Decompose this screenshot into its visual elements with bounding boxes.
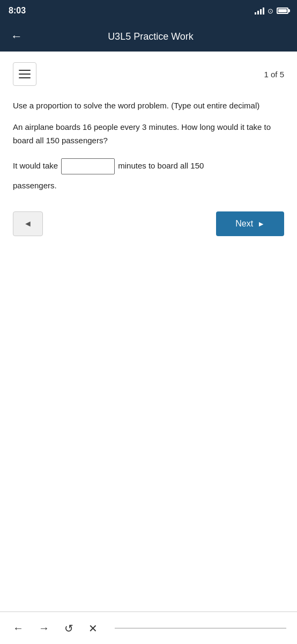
question-instruction: Use a proportion to solve the word probl… <box>13 99 284 113</box>
question-block: Use a proportion to solve the word probl… <box>13 99 284 192</box>
status-bar: 8:03 ⊙ <box>0 0 297 21</box>
next-arrow-icon: ► <box>257 219 265 228</box>
progress-indicator: 1 of 5 <box>264 70 284 79</box>
status-icons: ⊙ <box>255 7 288 15</box>
answer-continuation: passengers. <box>13 179 284 193</box>
battery-icon <box>277 8 288 14</box>
answer-suffix: minutes to board all 150 <box>118 158 204 174</box>
status-time: 8:03 <box>9 6 26 16</box>
spacer <box>0 429 297 612</box>
browser-forward-button[interactable]: → <box>36 620 51 636</box>
back-button[interactable]: ← <box>11 31 23 42</box>
answer-line: It would take minutes to board all 150 <box>13 158 284 174</box>
problem-text: An airplane boards 16 people every 3 min… <box>13 120 284 148</box>
signal-icon <box>255 7 264 14</box>
browser-back-button[interactable]: ← <box>11 620 26 636</box>
next-label: Next <box>235 219 253 229</box>
hamburger-line-2 <box>19 74 31 75</box>
hamburger-line-1 <box>19 70 31 71</box>
top-bar: 1 of 5 <box>13 62 284 86</box>
answer-input[interactable] <box>61 158 115 174</box>
wifi-icon: ⊙ <box>268 7 273 15</box>
main-content: 1 of 5 Use a proportion to solve the wor… <box>0 52 297 429</box>
browser-refresh-button[interactable]: ↺ <box>62 620 76 637</box>
browser-close-button[interactable]: ✕ <box>86 620 100 637</box>
hamburger-line-3 <box>19 77 31 78</box>
navigation-row: ◄ Next ► <box>13 211 284 236</box>
page-title: U3L5 Practice Work <box>31 31 270 42</box>
hamburger-button[interactable] <box>13 62 36 86</box>
answer-prefix: It would take <box>13 158 58 174</box>
bottom-divider-line <box>115 628 286 629</box>
next-button[interactable]: Next ► <box>216 211 284 236</box>
header: ← U3L5 Practice Work <box>0 21 297 52</box>
bottom-bar: ← → ↺ ✕ <box>0 612 297 644</box>
prev-button[interactable]: ◄ <box>13 211 43 236</box>
